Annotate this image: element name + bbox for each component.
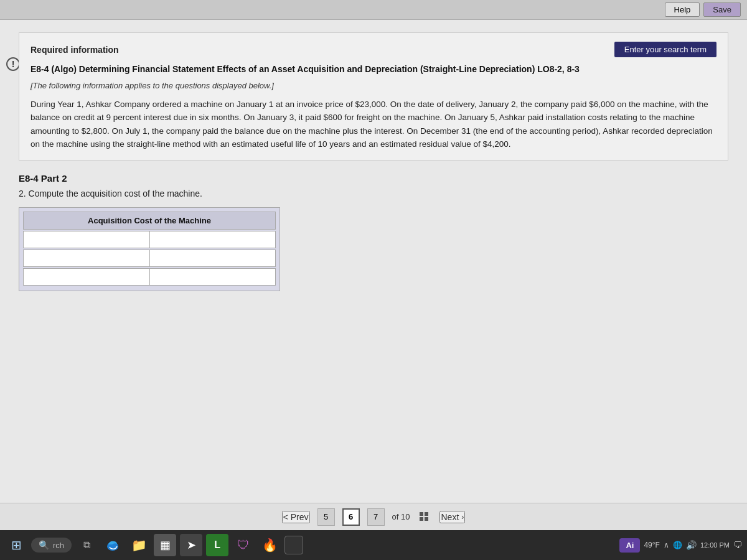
info-header: Required information Enter your search t… (31, 42, 716, 57)
top-bar: Help Save (0, 0, 747, 20)
table-cell-r1c2[interactable] (150, 231, 276, 248)
prev-button[interactable]: < Prev (282, 511, 310, 523)
main-content: ! Required information Enter your search… (0, 20, 747, 530)
table-row (23, 250, 276, 267)
table-cell-r1c1[interactable] (24, 231, 150, 248)
table-row (23, 231, 276, 248)
problem-subtitle: [The following information applies to th… (31, 81, 716, 90)
compute-label: 2. Compute the acquisition cost of the m… (19, 189, 728, 198)
taskbar-right: Ai 49°F ∧ 🌐 🔊 12:00 PM 🗨 (619, 538, 742, 553)
alert-symbol: ! (12, 59, 15, 69)
page-6[interactable]: 6 (342, 508, 360, 526)
problem-title: E8-4 (Algo) Determining Financial Statem… (31, 63, 716, 76)
volume-icon[interactable]: 🔊 (686, 540, 697, 550)
windows-start-icon[interactable]: ⊞ (5, 534, 27, 556)
ai-button[interactable]: Ai (619, 538, 640, 553)
flame-icon[interactable]: 🔥 (258, 534, 281, 556)
table-header: Acquisition Cost of the Machine (23, 212, 276, 230)
clock-display: 12:00 PM (700, 541, 730, 549)
page-of-label: of 10 (392, 512, 410, 521)
taskbar-search-text: rch (53, 541, 64, 550)
table-cell-r2c1[interactable] (24, 250, 150, 266)
chevron-up-icon[interactable]: ∧ (664, 541, 669, 549)
table-cell-r3c1[interactable] (24, 269, 150, 285)
shield-icon[interactable]: 🛡 (232, 534, 255, 556)
acquisition-cost-table: Acquisition Cost of the Machine (19, 207, 280, 291)
part2-section: E8-4 Part 2 2. Compute the acquisition c… (19, 173, 728, 291)
info-box: Required information Enter your search t… (19, 32, 728, 161)
file-explorer-icon[interactable]: 📁 (128, 534, 150, 556)
table-row (23, 268, 276, 286)
svg-rect-0 (420, 512, 423, 516)
page-7[interactable]: 7 (367, 508, 385, 526)
arrow-app-icon[interactable]: ➤ (180, 534, 202, 556)
app-tile-icon[interactable]: ▦ (154, 534, 176, 556)
svg-rect-2 (420, 517, 423, 521)
taskbar-search[interactable]: 🔍 rch (31, 538, 72, 553)
required-info-label: Required information (31, 45, 119, 55)
save-button[interactable]: Save (703, 2, 741, 17)
task-view-icon[interactable]: ⧉ (75, 534, 98, 556)
problem-body: During Year 1, Ashkar Company ordered a … (31, 98, 716, 151)
square-app-icon[interactable] (284, 536, 303, 554)
edge-icon[interactable] (101, 534, 124, 556)
search-button[interactable]: Enter your search term (614, 42, 716, 57)
help-button[interactable]: Help (665, 2, 700, 17)
table-cell-r2c2[interactable] (150, 250, 276, 266)
part2-title: E8-4 Part 2 (19, 173, 728, 184)
top-bar-buttons: Help Save (665, 2, 741, 17)
page-5[interactable]: 5 (317, 508, 335, 526)
svg-rect-1 (425, 512, 428, 516)
taskbar: ⊞ 🔍 rch ⧉ 📁 ▦ ➤ L 🛡 🔥 (0, 530, 747, 560)
next-button[interactable]: Next › (439, 511, 465, 523)
grid-icon[interactable] (417, 510, 432, 525)
table-cell-r3c2[interactable] (150, 269, 276, 285)
alert-icon: ! (6, 57, 20, 71)
temperature-display: 49°F (644, 541, 659, 549)
pagination-bar: < Prev 5 6 7 of 10 Next › (0, 503, 747, 530)
l-app-icon[interactable]: L (206, 534, 228, 556)
svg-rect-3 (425, 517, 428, 521)
network-icon: 🌐 (673, 541, 682, 549)
notification-icon[interactable]: 🗨 (733, 540, 742, 550)
